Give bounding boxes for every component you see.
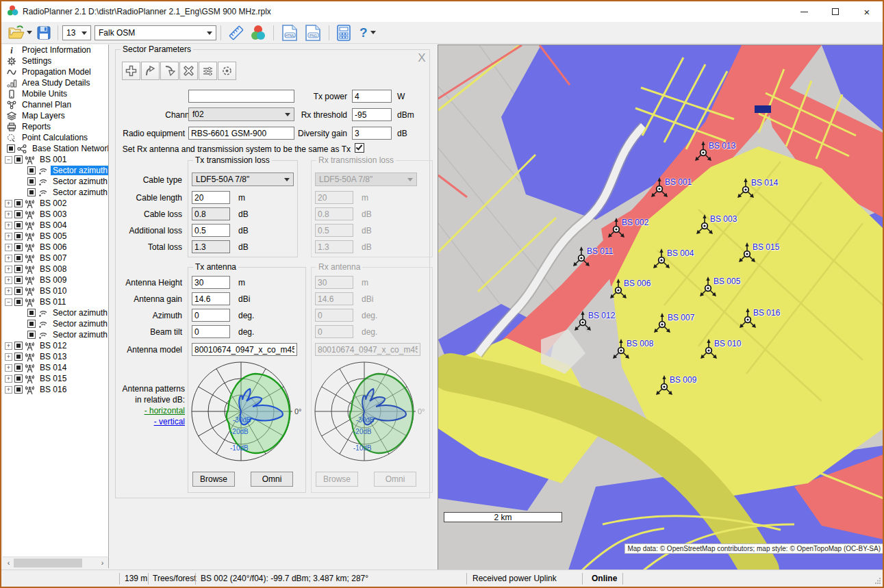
tree-item-label[interactable]: BS 014 [38,363,68,372]
tree-item-bs-008-20[interactable]: +BS 008 [3,264,108,274]
minimize-button[interactable] [788,1,820,22]
horizontal-pattern-link[interactable]: - horizontal [144,406,185,416]
expand-icon[interactable]: + [5,222,12,229]
tx-beam-tilt-input[interactable] [192,325,230,338]
tree-checkbox[interactable] [14,374,23,383]
tx-azimuth-input[interactable] [192,309,230,322]
tree-item-label[interactable]: Reports [20,122,53,131]
vertical-pattern-link[interactable]: - vertical [154,417,185,426]
open-button[interactable] [5,24,34,42]
tree-checkbox[interactable] [27,309,36,317]
tree-item-label[interactable]: BS 012 [38,341,68,350]
tx-antenna-model-input[interactable] [192,343,297,356]
name-input[interactable] [188,90,294,103]
expand-icon[interactable]: + [5,233,12,240]
tree-checkbox[interactable] [14,265,23,273]
tree-item-bs-001-10[interactable]: −BS 001 [3,154,108,165]
tree-checkbox[interactable] [14,353,23,361]
expand-icon[interactable]: + [5,255,12,262]
tree-item-bs-002-14[interactable]: +BS 002 [3,198,108,209]
tree-checkbox[interactable] [14,254,23,262]
tree-checkbox[interactable] [27,177,36,186]
tree-checkbox[interactable] [14,276,23,284]
tree-item-label[interactable]: BS 010 [38,286,68,296]
tree-checkbox[interactable] [14,210,23,218]
tree-item-label[interactable]: BS 016 [38,385,68,394]
expand-icon[interactable]: + [5,244,12,251]
tree-item-label[interactable]: Sector azimuth [51,319,109,329]
tree-item-project-information-0[interactable]: iProject Information [3,44,108,55]
tree-item-label[interactable]: Project Information [20,45,93,55]
tx-antenna-height-input[interactable] [192,276,230,289]
tree-item-bs-015-30[interactable]: +BS 015 [3,373,108,384]
channel-group-select[interactable]: f02 [188,107,294,121]
tree-checkbox[interactable] [27,331,36,339]
tree-horizontal-scrollbar[interactable]: ‹ › [3,557,109,568]
tree-item-bs-012-27[interactable]: +BS 012 [3,340,108,351]
tree-item-label[interactable]: BS 002 [38,199,68,208]
tree-item-bs-007-19[interactable]: +BS 007 [3,253,108,264]
tree-checkbox[interactable] [27,166,36,175]
expand-icon[interactable]: + [5,386,12,394]
tree-item-label[interactable]: BS 004 [38,220,68,230]
collapse-icon[interactable]: − [5,298,12,306]
tree-item-reports-7[interactable]: Reports [3,121,108,132]
tree-item-label[interactable]: Channel Plan [20,100,73,110]
tree-item-label[interactable]: Area Study Details [20,78,92,88]
tree-item-label[interactable]: Sector azimuth [51,177,109,186]
map-canvas[interactable] [438,45,883,570]
tree-checkbox[interactable] [14,243,23,251]
collapse-icon[interactable]: − [5,156,12,164]
tree-checkbox[interactable] [27,320,36,328]
tree-item-point-calculations-8[interactable]: Point Calculations [3,132,108,143]
tree-item-sector-azimuth-26[interactable]: Sector azimuth [3,329,108,340]
tree-item-bs-005-17[interactable]: +BS 005 [3,231,108,242]
tree-item-bs-014-29[interactable]: +BS 014 [3,362,108,373]
delete-sector-button[interactable] [179,62,198,80]
color-palette-icon[interactable] [247,23,269,43]
scroll-right-icon[interactable]: › [98,559,107,567]
maximize-button[interactable] [820,1,851,22]
export-png-icon[interactable]: PNG [301,23,325,43]
tree-item-bs-003-15[interactable]: +BS 003 [3,209,108,220]
tx-browse-button[interactable]: Browse [192,472,235,487]
tree-item-label[interactable]: Sector azimuth [51,188,109,197]
properties-button[interactable] [199,62,217,80]
tree-item-label[interactable]: BS 006 [38,242,68,252]
tree-item-label[interactable]: BS 009 [38,275,68,285]
tx-power-input[interactable] [352,90,392,103]
tree-checkbox[interactable] [7,144,15,153]
tree-checkbox[interactable] [14,385,23,394]
expand-icon[interactable]: + [5,211,12,218]
expand-icon[interactable]: + [5,200,12,207]
tree-item-settings-1[interactable]: Settings [3,55,108,66]
add-sector-button[interactable] [122,62,140,80]
tree-item-label[interactable]: Mobile Units [20,89,69,99]
panel-close-button[interactable]: X [416,52,428,64]
tree-item-base-station-network-9[interactable]: Base Station Network [3,143,108,154]
tree-item-bs-009-21[interactable]: +BS 009 [3,274,108,285]
tree-item-map-layers-6[interactable]: Map Layers [3,110,108,121]
tx-cable-length-input[interactable] [192,191,230,204]
tree-checkbox[interactable] [14,287,23,295]
tree-item-label[interactable]: BS 011 [38,297,68,307]
locate-sector-button[interactable] [218,62,236,80]
tree-item-bs-004-16[interactable]: +BS 004 [3,220,108,231]
resize-grip[interactable] [874,577,881,585]
save-button[interactable] [34,24,53,42]
tree-item-label[interactable]: Sector azimuth [51,330,109,340]
tree-item-label[interactable]: Map Layers [20,111,67,120]
map-panel[interactable]: BS 001BS 002BS 003BS 004BS 005BS 006BS 0… [438,44,884,571]
tx-omni-button[interactable]: Omni [251,472,293,487]
help-button[interactable]: ? [359,25,368,40]
tree-checkbox[interactable] [14,221,23,229]
expand-icon[interactable]: + [5,277,12,284]
tree-item-sector-azimuth-13[interactable]: Sector azimuth [3,187,108,198]
tx-antenna-gain-input[interactable] [192,292,230,305]
export-html-icon[interactable]: HTML [278,23,301,43]
tree-item-label[interactable]: Sector azimuth [51,308,109,318]
move-up-button[interactable] [141,62,160,80]
tree-checkbox[interactable] [14,342,23,350]
tree-checkbox[interactable] [14,363,23,372]
tree-checkbox[interactable] [14,232,23,240]
